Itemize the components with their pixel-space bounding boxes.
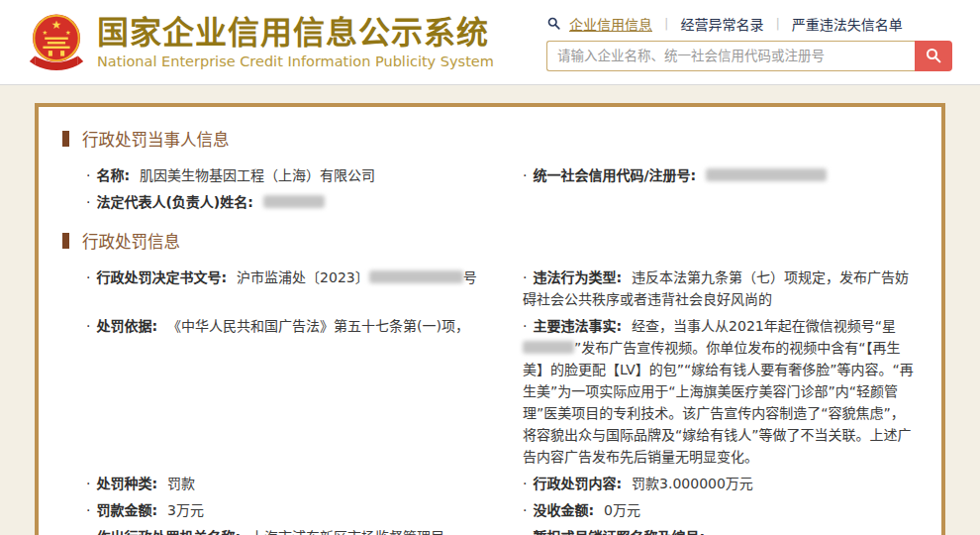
section-party-info: 行政处罚当事人信息 ·名称:肌因美生物基因工程（上海）有限公司 ·统一社会信用代… [62, 127, 918, 213]
search-icon [546, 16, 561, 31]
section-party-title: 行政处罚当事人信息 [82, 127, 230, 151]
field-violation-type: ·违法行为类型:违反本法第九条第（七）项规定，发布广告妨碍社会公共秩序或者违背社… [523, 267, 918, 310]
redacted-value [263, 195, 325, 208]
field-penalty-type: ·处罚种类:罚款 [86, 473, 509, 494]
field-company-name: ·名称:肌因美生物基因工程（上海）有限公司 [86, 164, 509, 186]
nav-serious-violations-list[interactable]: 严重违法失信名单 [792, 14, 903, 34]
field-confiscation-amount: ·没收金额:0万元 [523, 499, 918, 521]
svg-text:★: ★ [51, 17, 62, 31]
field-decision-doc-number: ·行政处罚决定书文号:沪市监浦处〔2023〕号 [86, 267, 509, 288]
penalty-detail-panel: 行政处罚当事人信息 ·名称:肌因美生物基因工程（上海）有限公司 ·统一社会信用代… [35, 103, 945, 535]
party-fields-grid: ·名称:肌因美生物基因工程（上海）有限公司 ·统一社会信用代码/注册号: ·法定… [62, 164, 918, 213]
nav-divider: | [775, 16, 779, 31]
field-license-suspension: ·暂扣或吊销证照名称及编号: [523, 526, 918, 535]
field-fine-amount: ·罚款金额:3万元 [86, 499, 509, 521]
search-bar [546, 41, 952, 71]
brand: ★ ★ ★ 国家企业信用信息公示系统 National Enterprise C… [28, 11, 494, 74]
section-penalty-header: 行政处罚信息 [62, 229, 918, 253]
field-penalty-basis: ·处罚依据:《中华人民共和国广告法》第五十七条第(一)项， [86, 315, 509, 337]
section-marker [62, 131, 69, 147]
section-party-header: 行政处罚当事人信息 [62, 127, 918, 151]
main-content: 行政处罚当事人信息 ·名称:肌因美生物基因工程（上海）有限公司 ·统一社会信用代… [0, 85, 980, 535]
nav-divider: | [664, 16, 668, 31]
nav-abnormal-operations-list[interactable]: 经营异常名录 [680, 14, 763, 34]
section-marker [62, 233, 69, 249]
site-header: ★ ★ ★ 国家企业信用信息公示系统 National Enterprise C… [0, 0, 980, 85]
header-right: 企业信用信息 | 经营异常名录 | 严重违法失信名单 [546, 14, 952, 71]
site-title-zh: 国家企业信用信息公示系统 [97, 15, 494, 52]
svg-text:★: ★ [42, 28, 48, 35]
site-title-en: National Enterprise Credit Information P… [97, 54, 494, 69]
redacted-value [369, 270, 463, 283]
section-penalty-info: 行政处罚信息 ·行政处罚决定书文号:沪市监浦处〔2023〕号 ·违法行为类型:违… [62, 229, 918, 535]
redacted-value [706, 168, 827, 181]
field-penalty-authority: ·作出行政处罚机关名称:上海市浦东新区市场监督管理局 [86, 526, 509, 535]
search-icon [925, 47, 942, 64]
svg-text:★: ★ [65, 28, 71, 35]
site-titles: 国家企业信用信息公示系统 National Enterprise Credit … [97, 15, 494, 69]
page: ★ ★ ★ 国家企业信用信息公示系统 National Enterprise C… [0, 0, 980, 535]
redacted-value [523, 341, 574, 354]
field-legal-representative: ·法定代表人(负责人)姓名: [86, 191, 509, 213]
field-unified-social-credit-code: ·统一社会信用代码/注册号: [523, 164, 918, 186]
top-nav: 企业信用信息 | 经营异常名录 | 严重违法失信名单 [546, 14, 952, 34]
field-penalty-content: ·行政处罚内容:罚款3.000000万元 [523, 473, 918, 494]
penalty-fields-grid: ·行政处罚决定书文号:沪市监浦处〔2023〕号 ·违法行为类型:违反本法第九条第… [62, 267, 918, 535]
nav-enterprise-credit-info[interactable]: 企业信用信息 [569, 14, 652, 34]
national-emblem-logo: ★ ★ ★ [28, 11, 85, 74]
section-penalty-title: 行政处罚信息 [82, 229, 180, 253]
search-input[interactable] [546, 41, 915, 71]
field-main-illegal-facts: ·主要违法事实:经查，当事人从2021年起在微信视频号“星”发布广告宣传视频。你… [523, 315, 918, 468]
search-button[interactable] [915, 41, 952, 71]
